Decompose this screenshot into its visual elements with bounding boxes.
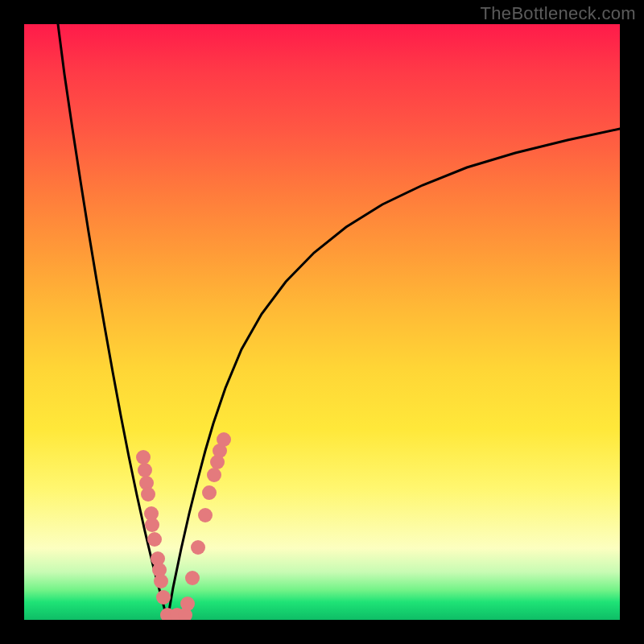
plot-area: [24, 24, 620, 620]
curve-marker: [180, 597, 195, 611]
curve-marker: [138, 463, 152, 477]
curve-right-branch: [167, 129, 620, 620]
curve-marker: [154, 574, 168, 588]
watermark-text: TheBottleneck.com: [481, 3, 636, 24]
curve-markers: [136, 432, 231, 620]
curve-marker: [145, 518, 159, 532]
curve-marker: [147, 532, 162, 547]
curve-marker: [185, 571, 200, 585]
curve-marker: [136, 450, 151, 464]
curve-marker: [202, 485, 217, 500]
curve-marker: [207, 468, 221, 482]
curve-marker: [198, 508, 213, 522]
chart-container: { "watermark": "TheBottleneck.com", "col…: [0, 0, 644, 644]
curve-marker: [191, 540, 205, 555]
curve-marker: [217, 432, 231, 447]
curve-marker: [156, 590, 171, 605]
curve-marker: [141, 487, 155, 502]
curve-layer: [24, 24, 620, 620]
